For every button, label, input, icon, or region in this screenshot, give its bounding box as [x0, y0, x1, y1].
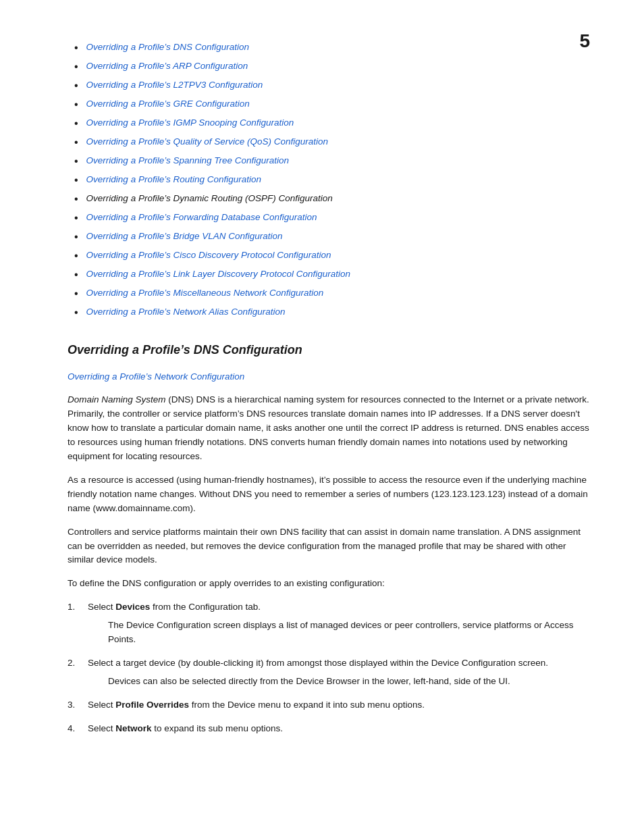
step-note-2: Devices can also be selected directly fr…	[88, 675, 590, 689]
step-num-4: 4.	[68, 722, 88, 736]
link-lldp[interactable]: Overriding a Profile’s Link Layer Discov…	[86, 267, 350, 281]
step-text-4: Select Network to expand its sub menu op…	[88, 722, 590, 736]
section-heading: Overriding a Profile’s DNS Configuration	[68, 341, 590, 359]
link-igmp[interactable]: Overriding a Profile’s IGMP Snooping Con…	[86, 116, 294, 130]
link-alias[interactable]: Overriding a Profile’s Network Alias Con…	[86, 305, 286, 319]
bullet-item-bridge_vlan[interactable]: Overriding a Profile’s Bridge VLAN Confi…	[74, 230, 590, 245]
link-misc[interactable]: Overriding a Profile’s Miscellaneous Net…	[86, 286, 324, 300]
toc-list: Overriding a Profile’s DNS Configuration…	[68, 41, 590, 321]
bullet-item-misc[interactable]: Overriding a Profile’s Miscellaneous Net…	[74, 286, 590, 302]
paragraph-4: To define the DNS configuration or apply…	[68, 577, 590, 591]
bullet-item-igmp[interactable]: Overriding a Profile’s IGMP Snooping Con…	[74, 116, 590, 132]
link-arp[interactable]: Overriding a Profile’s ARP Configuration	[86, 59, 248, 73]
step-2: 2.Select a target device (by double-clic…	[68, 656, 590, 689]
link-gre[interactable]: Overriding a Profile’s GRE Configuration	[86, 97, 250, 111]
sub-link[interactable]: Overriding a Profile’s Network Configura…	[68, 370, 590, 384]
link-cisco[interactable]: Overriding a Profile’s Cisco Discovery P…	[86, 249, 331, 262]
step-4: 4.Select Network to expand its sub menu …	[68, 722, 590, 736]
step-num-3: 3.	[68, 698, 88, 712]
step-text-2: Select a target device (by double-clicki…	[88, 656, 590, 671]
bullet-item-gre[interactable]: Overriding a Profile’s GRE Configuration	[74, 97, 590, 113]
step-num-2: 2.	[68, 656, 88, 671]
link-fwdb[interactable]: Overriding a Profile’s Forwarding Databa…	[86, 211, 317, 224]
steps-list: 1.Select Devices from the Configuration …	[68, 600, 590, 735]
step-note-1: The Device Configuration screen displays…	[88, 619, 590, 647]
link-l2tpv3[interactable]: Overriding a Profile’s L2TPV3 Configurat…	[86, 78, 263, 92]
step-num-1: 1.	[68, 600, 88, 615]
paragraph-2: As a resource is accessed (using human-f…	[68, 473, 590, 516]
bullet-item-fwdb[interactable]: Overriding a Profile’s Forwarding Databa…	[74, 211, 590, 226]
bullet-item-qos[interactable]: Overriding a Profile’s Quality of Servic…	[74, 135, 590, 151]
bullet-item-lldp[interactable]: Overriding a Profile’s Link Layer Discov…	[74, 267, 590, 283]
link-dns[interactable]: Overriding a Profile’s DNS Configuration	[86, 41, 249, 54]
link-spanning[interactable]: Overriding a Profile’s Spanning Tree Con…	[86, 154, 289, 167]
bullet-item-cisco[interactable]: Overriding a Profile’s Cisco Discovery P…	[74, 249, 590, 264]
link-qos[interactable]: Overriding a Profile’s Quality of Servic…	[86, 135, 328, 149]
paragraph-1: Domain Naming System (DNS) DNS is a hier…	[68, 393, 590, 464]
step-text-1: Select Devices from the Configuration ta…	[88, 600, 590, 615]
bullet-item-dynamic_routing: Overriding a Profile’s Dynamic Routing (…	[74, 192, 590, 207]
text-dynamic_routing: Overriding a Profile’s Dynamic Routing (…	[86, 192, 333, 205]
step-text-3: Select Profile Overrides from the Device…	[88, 698, 590, 712]
link-bridge_vlan[interactable]: Overriding a Profile’s Bridge VLAN Confi…	[86, 230, 283, 243]
step-3: 3.Select Profile Overrides from the Devi…	[68, 698, 590, 712]
bullet-item-dns[interactable]: Overriding a Profile’s DNS Configuration	[74, 41, 590, 56]
page-container: 5 Overriding a Profile’s DNS Configurati…	[0, 0, 644, 834]
link-routing[interactable]: Overriding a Profile’s Routing Configura…	[86, 173, 261, 186]
bullet-item-arp[interactable]: Overriding a Profile’s ARP Configuration	[74, 59, 590, 75]
bullet-item-alias[interactable]: Overriding a Profile’s Network Alias Con…	[74, 305, 590, 321]
bullet-item-l2tpv3[interactable]: Overriding a Profile’s L2TPV3 Configurat…	[74, 78, 590, 94]
paragraph-3: Controllers and service platforms mainta…	[68, 525, 590, 568]
bullet-item-routing[interactable]: Overriding a Profile’s Routing Configura…	[74, 173, 590, 188]
step-1: 1.Select Devices from the Configuration …	[68, 600, 590, 647]
bullet-item-spanning[interactable]: Overriding a Profile’s Spanning Tree Con…	[74, 154, 590, 170]
page-number: 5	[579, 27, 590, 55]
